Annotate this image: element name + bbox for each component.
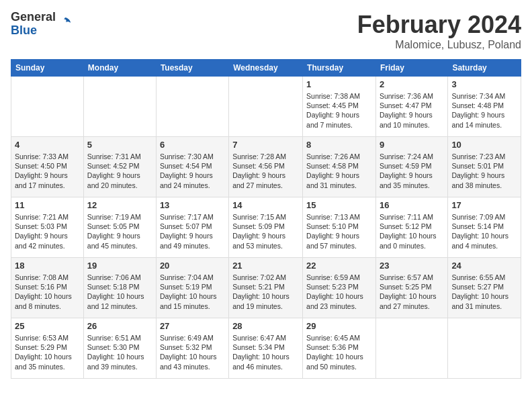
calendar-body: 1Sunrise: 7:38 AM Sunset: 4:45 PM Daylig… <box>11 77 521 379</box>
day-number: 22 <box>306 261 372 271</box>
col-tuesday: Tuesday <box>156 60 228 77</box>
calendar-week-3: 11Sunrise: 7:21 AM Sunset: 5:03 PM Dayli… <box>11 197 521 258</box>
day-number: 17 <box>451 200 517 210</box>
col-thursday: Thursday <box>303 60 376 77</box>
day-number: 26 <box>87 321 152 331</box>
calendar-day: 24Sunrise: 6:55 AM Sunset: 5:27 PM Dayli… <box>448 258 521 318</box>
title-block: February 2024 Malomice, Lubusz, Poland <box>357 11 521 51</box>
day-info: Sunrise: 6:53 AM Sunset: 5:29 PM Dayligh… <box>15 333 80 371</box>
day-info: Sunrise: 6:51 AM Sunset: 5:30 PM Dayligh… <box>87 333 152 371</box>
day-number: 19 <box>87 261 152 271</box>
col-monday: Monday <box>83 60 156 77</box>
day-number: 14 <box>232 200 299 210</box>
day-info: Sunrise: 7:02 AM Sunset: 5:21 PM Dayligh… <box>232 273 299 311</box>
col-sunday: Sunday <box>11 60 84 77</box>
calendar-day: 25Sunrise: 6:53 AM Sunset: 5:29 PM Dayli… <box>11 318 84 379</box>
calendar-week-1: 1Sunrise: 7:38 AM Sunset: 4:45 PM Daylig… <box>11 77 521 137</box>
calendar-day: 16Sunrise: 7:11 AM Sunset: 5:12 PM Dayli… <box>375 197 447 258</box>
day-number: 21 <box>232 261 299 271</box>
calendar-day: 15Sunrise: 7:13 AM Sunset: 5:10 PM Dayli… <box>303 197 376 258</box>
day-info: Sunrise: 7:09 AM Sunset: 5:14 PM Dayligh… <box>451 212 517 250</box>
logo: General Blue <box>11 11 72 38</box>
calendar-day: 8Sunrise: 7:26 AM Sunset: 4:58 PM Daylig… <box>303 137 376 197</box>
calendar-day: 6Sunrise: 7:30 AM Sunset: 4:54 PM Daylig… <box>156 137 228 197</box>
day-info: Sunrise: 7:33 AM Sunset: 4:50 PM Dayligh… <box>15 152 80 190</box>
day-info: Sunrise: 7:31 AM Sunset: 4:52 PM Dayligh… <box>87 152 152 190</box>
day-info: Sunrise: 7:04 AM Sunset: 5:19 PM Dayligh… <box>160 273 225 311</box>
day-info: Sunrise: 7:21 AM Sunset: 5:03 PM Dayligh… <box>15 212 80 250</box>
day-number: 13 <box>160 200 225 210</box>
calendar-day: 29Sunrise: 6:45 AM Sunset: 5:36 PM Dayli… <box>303 318 376 379</box>
calendar-week-5: 25Sunrise: 6:53 AM Sunset: 5:29 PM Dayli… <box>11 318 521 379</box>
day-info: Sunrise: 7:28 AM Sunset: 4:56 PM Dayligh… <box>232 152 299 190</box>
calendar-week-2: 4Sunrise: 7:33 AM Sunset: 4:50 PM Daylig… <box>11 137 521 197</box>
day-info: Sunrise: 6:49 AM Sunset: 5:32 PM Dayligh… <box>160 333 225 371</box>
calendar-week-4: 18Sunrise: 7:08 AM Sunset: 5:16 PM Dayli… <box>11 258 521 318</box>
col-saturday: Saturday <box>448 60 521 77</box>
calendar-day: 3Sunrise: 7:34 AM Sunset: 4:48 PM Daylig… <box>448 77 521 137</box>
day-info: Sunrise: 7:26 AM Sunset: 4:58 PM Dayligh… <box>306 152 372 190</box>
calendar-day: 13Sunrise: 7:17 AM Sunset: 5:07 PM Dayli… <box>156 197 228 258</box>
day-number: 6 <box>160 140 225 150</box>
day-info: Sunrise: 7:15 AM Sunset: 5:09 PM Dayligh… <box>232 212 299 250</box>
calendar-day: 12Sunrise: 7:19 AM Sunset: 5:05 PM Dayli… <box>83 197 156 258</box>
calendar-day <box>448 318 521 379</box>
calendar-day: 14Sunrise: 7:15 AM Sunset: 5:09 PM Dayli… <box>229 197 303 258</box>
calendar-day: 9Sunrise: 7:24 AM Sunset: 4:59 PM Daylig… <box>375 137 447 197</box>
day-info: Sunrise: 7:23 AM Sunset: 5:01 PM Dayligh… <box>451 152 517 190</box>
calendar-day: 21Sunrise: 7:02 AM Sunset: 5:21 PM Dayli… <box>229 258 303 318</box>
calendar-day: 1Sunrise: 7:38 AM Sunset: 4:45 PM Daylig… <box>303 77 376 137</box>
col-wednesday: Wednesday <box>229 60 303 77</box>
calendar-day <box>83 77 156 137</box>
day-number: 20 <box>160 261 225 271</box>
logo-blue: Blue <box>11 24 56 38</box>
calendar-day: 11Sunrise: 7:21 AM Sunset: 5:03 PM Dayli… <box>11 197 84 258</box>
calendar-day: 17Sunrise: 7:09 AM Sunset: 5:14 PM Dayli… <box>448 197 521 258</box>
day-number: 23 <box>380 261 444 271</box>
day-number: 16 <box>380 200 444 210</box>
day-number: 29 <box>306 321 372 331</box>
day-number: 11 <box>15 200 80 210</box>
calendar-day: 19Sunrise: 7:06 AM Sunset: 5:18 PM Dayli… <box>83 258 156 318</box>
day-info: Sunrise: 6:59 AM Sunset: 5:23 PM Dayligh… <box>306 273 372 311</box>
day-number: 28 <box>232 321 299 331</box>
calendar-day <box>375 318 447 379</box>
logo-general: General <box>11 11 56 24</box>
day-info: Sunrise: 6:45 AM Sunset: 5:36 PM Dayligh… <box>306 333 372 371</box>
calendar-location: Malomice, Lubusz, Poland <box>357 39 521 51</box>
calendar-day: 28Sunrise: 6:47 AM Sunset: 5:34 PM Dayli… <box>229 318 303 379</box>
day-info: Sunrise: 7:13 AM Sunset: 5:10 PM Dayligh… <box>306 212 372 250</box>
page-header: General Blue February 2024 Malomice, Lub… <box>11 11 521 51</box>
calendar-day <box>11 77 84 137</box>
day-number: 1 <box>306 79 372 89</box>
day-info: Sunrise: 7:38 AM Sunset: 4:45 PM Dayligh… <box>306 91 372 130</box>
calendar-day: 5Sunrise: 7:31 AM Sunset: 4:52 PM Daylig… <box>83 137 156 197</box>
day-number: 25 <box>15 321 80 331</box>
calendar-day: 7Sunrise: 7:28 AM Sunset: 4:56 PM Daylig… <box>229 137 303 197</box>
day-info: Sunrise: 6:47 AM Sunset: 5:34 PM Dayligh… <box>232 333 299 371</box>
calendar-day <box>229 77 303 137</box>
day-number: 18 <box>15 261 80 271</box>
day-number: 12 <box>87 200 152 210</box>
logo-bird-icon <box>58 16 72 30</box>
day-info: Sunrise: 6:57 AM Sunset: 5:25 PM Dayligh… <box>380 273 444 311</box>
calendar-day: 18Sunrise: 7:08 AM Sunset: 5:16 PM Dayli… <box>11 258 84 318</box>
header-row: Sunday Monday Tuesday Wednesday Thursday… <box>11 60 521 77</box>
calendar-day: 4Sunrise: 7:33 AM Sunset: 4:50 PM Daylig… <box>11 137 84 197</box>
day-info: Sunrise: 7:06 AM Sunset: 5:18 PM Dayligh… <box>87 273 152 311</box>
calendar-header: Sunday Monday Tuesday Wednesday Thursday… <box>11 60 521 77</box>
calendar-title: February 2024 <box>357 11 521 39</box>
day-info: Sunrise: 7:24 AM Sunset: 4:59 PM Dayligh… <box>380 152 444 190</box>
day-info: Sunrise: 7:11 AM Sunset: 5:12 PM Dayligh… <box>380 212 444 250</box>
day-number: 9 <box>380 140 444 150</box>
calendar-day: 26Sunrise: 6:51 AM Sunset: 5:30 PM Dayli… <box>83 318 156 379</box>
col-friday: Friday <box>375 60 447 77</box>
day-number: 15 <box>306 200 372 210</box>
calendar-table: Sunday Monday Tuesday Wednesday Thursday… <box>11 59 521 379</box>
calendar-day: 27Sunrise: 6:49 AM Sunset: 5:32 PM Dayli… <box>156 318 228 379</box>
day-info: Sunrise: 7:19 AM Sunset: 5:05 PM Dayligh… <box>87 212 152 250</box>
calendar-day: 22Sunrise: 6:59 AM Sunset: 5:23 PM Dayli… <box>303 258 376 318</box>
calendar-day: 23Sunrise: 6:57 AM Sunset: 5:25 PM Dayli… <box>375 258 447 318</box>
day-number: 27 <box>160 321 225 331</box>
calendar-day: 2Sunrise: 7:36 AM Sunset: 4:47 PM Daylig… <box>375 77 447 137</box>
